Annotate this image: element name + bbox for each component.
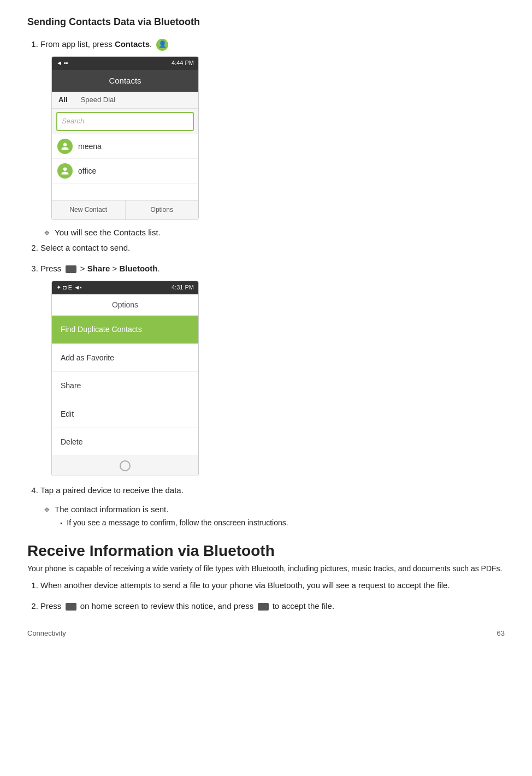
steps-list-2: Select a contact to send. Press > Share … xyxy=(40,241,505,497)
bullet-text-2: The contact information is sent. xyxy=(55,505,168,514)
menu-find-duplicate[interactable]: Find Duplicate Contacts xyxy=(52,316,198,343)
receive-steps-list: When another device attempts to send a f… xyxy=(40,579,505,613)
section-2-subtitle: Your phone is capable of receiving a wid… xyxy=(27,563,505,574)
receive-step-2-middle: on home screen to review this notice, an… xyxy=(80,601,256,611)
step-3: Press > Share > Bluetooth. ✦ ◘ E ◄▪ 4:31… xyxy=(40,262,505,476)
tab-all[interactable]: All xyxy=(52,92,74,109)
phone-screen-1: ◄ ▪▪ 4:44 PM Contacts All Speed Dial Sea… xyxy=(51,56,199,220)
phone-screen-2: ✦ ◘ E ◄▪ 4:31 PM Options Find Duplicate … xyxy=(51,281,199,476)
contact-meena[interactable]: meena xyxy=(52,134,198,159)
contact-name-meena: meena xyxy=(78,140,102,152)
diamond-icon-2: ❖ xyxy=(44,506,50,514)
diamond-icon: ❖ xyxy=(44,229,50,237)
avatar-office xyxy=(57,163,73,179)
status-bar-1: ◄ ▪▪ 4:44 PM xyxy=(52,57,198,70)
avatar-meena xyxy=(57,139,73,154)
page-number: 63 xyxy=(497,629,505,637)
options-btn[interactable]: Options xyxy=(126,200,199,220)
bottom-bar: New Contact Options xyxy=(52,200,198,220)
menu-add-favorite[interactable]: Add as Favorite xyxy=(52,344,198,372)
status-right: 4:44 PM xyxy=(172,58,194,68)
circle-indicator[interactable] xyxy=(120,460,131,471)
menu-share[interactable]: Share xyxy=(52,372,198,400)
receive-step-1: When another device attempts to send a f… xyxy=(40,579,505,592)
sub-bullet-text: If you see a message to confirm, follow … xyxy=(67,518,288,527)
status-time-2: 4:31 PM xyxy=(172,283,194,293)
step-4: Tap a paired device to receive the data. xyxy=(40,484,505,497)
accept-icon xyxy=(258,603,269,611)
receive-step-2-after: to accept the file. xyxy=(273,601,334,611)
circle-button-area xyxy=(52,456,198,476)
step-3-share: > Share > Bluetooth. xyxy=(80,264,160,273)
steps-list: From app list, press Contacts. ◄ ▪▪ 4:44… xyxy=(40,38,505,220)
step-1-text-before: From app list, press xyxy=(40,39,115,49)
step-1-bold: Contacts xyxy=(115,39,150,49)
contact-office[interactable]: office xyxy=(52,159,198,183)
contact-name-office: office xyxy=(78,165,96,177)
tab-speed-dial[interactable]: Speed Dial xyxy=(74,92,122,109)
bullet-text-1: You will see the Contacts list. xyxy=(55,228,161,237)
step-3-press: Press xyxy=(40,264,64,273)
section-2-title: Receive Information via Bluetooth xyxy=(27,542,505,560)
page-title: Sending Contacts Data via Bluetooth xyxy=(27,16,505,28)
footer: Connectivity 63 xyxy=(27,629,505,637)
menu-icon xyxy=(66,265,76,273)
receive-step-2-press: Press xyxy=(40,601,64,611)
contacts-tabs: All Speed Dial xyxy=(52,92,198,109)
step-1: From app list, press Contacts. ◄ ▪▪ 4:44… xyxy=(40,38,505,220)
step-2: Select a contact to send. xyxy=(40,241,505,254)
status-bar-2: ✦ ◘ E ◄▪ 4:31 PM xyxy=(52,281,198,294)
contacts-title: Contacts xyxy=(52,70,198,92)
status-icons: ✦ ◘ E ◄▪ xyxy=(56,283,82,293)
menu-edit[interactable]: Edit xyxy=(52,400,198,428)
receive-step-2: Press on home screen to review this noti… xyxy=(40,600,505,613)
bullet-contacts-list: ❖ You will see the Contacts list. xyxy=(44,228,505,237)
contacts-app-icon xyxy=(156,39,168,51)
status-left: ◄ ▪▪ xyxy=(56,58,68,68)
search-field[interactable]: Search xyxy=(56,112,194,131)
new-contact-btn[interactable]: New Contact xyxy=(52,200,126,220)
menu-delete[interactable]: Delete xyxy=(52,428,198,456)
bullet-contact-sent: ❖ The contact information is sent. xyxy=(44,505,505,514)
options-header: Options xyxy=(52,294,198,316)
sub-bullet-confirm: If you see a message to confirm, follow … xyxy=(60,518,505,527)
footer-connectivity: Connectivity xyxy=(27,629,66,637)
home-menu-icon xyxy=(66,603,76,611)
